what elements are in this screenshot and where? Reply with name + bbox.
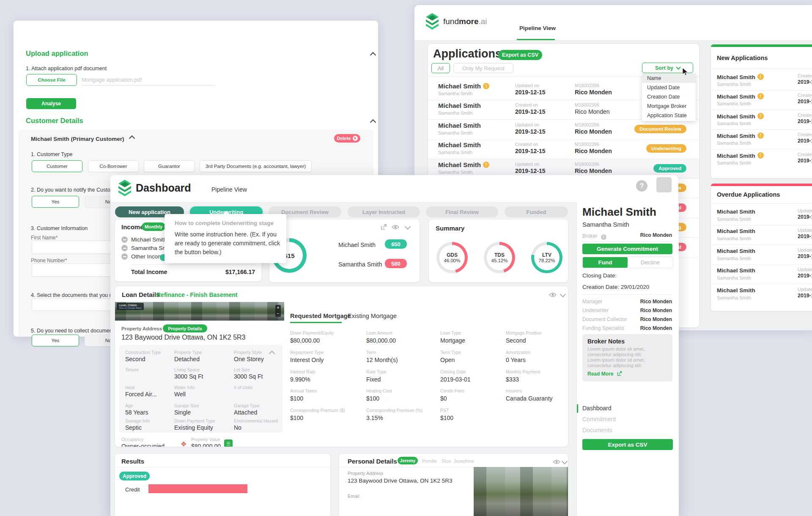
- applicant-tab[interactable]: Pernille: [422, 458, 437, 464]
- generate-commitment-button[interactable]: Generate Commitment: [582, 244, 672, 254]
- tab-requested-mortgage[interactable]: Requested Mortgage: [290, 313, 351, 319]
- gds-donut: GDS 46.00%: [436, 242, 468, 273]
- status-badge: Underwriting: [646, 144, 686, 153]
- info-icon[interactable]: i: [601, 234, 606, 240]
- eye-icon[interactable]: [392, 225, 399, 230]
- application-row[interactable]: Michael Smith Samantha Smith Updated on …: [428, 120, 699, 140]
- underwriting-tooltip: How to complete Underwriting stage Write…: [165, 214, 286, 263]
- credit-score-card: 615 Michael Smith 650 Samantha Smith 580: [269, 220, 420, 282]
- export-icon[interactable]: [381, 224, 387, 230]
- team-row-value: Rico Monden: [640, 325, 672, 331]
- collapse-grid-icon[interactable]: [269, 351, 275, 357]
- collapse-borrower-icon[interactable]: [129, 135, 135, 141]
- occupancy-label: Occupancy: [121, 437, 144, 442]
- chevron-down-icon[interactable]: [405, 224, 411, 230]
- type-3rdparty-button[interactable]: 3rd Party Documents (e.g. accountant, la…: [200, 160, 312, 172]
- summary-card: Summary GDS 46.00% TDS 45.12% LTV 78.22%: [429, 220, 568, 282]
- sort-option-state[interactable]: Application State: [642, 111, 696, 120]
- menu-dashboard[interactable]: Dashboard: [582, 405, 612, 412]
- list-item[interactable]: Michael Smith! Samantha Smith Created 20…: [711, 149, 812, 169]
- monthly-toggle[interactable]: Monthly: [142, 222, 165, 231]
- list-item[interactable]: Michael Smith! Samantha Smith Created 20…: [711, 110, 812, 130]
- tab-existing-mortgage[interactable]: Existing Mortgage: [348, 313, 397, 319]
- stage-final-review[interactable]: Final Review: [426, 206, 498, 217]
- status-badge: Approved: [653, 164, 686, 173]
- choose-file-button[interactable]: Choose File: [26, 74, 77, 86]
- sort-option-broker[interactable]: Mortgage Broker: [642, 102, 696, 111]
- filter-my-request-button[interactable]: Only My Request: [453, 63, 513, 73]
- results-title: Results: [121, 458, 144, 465]
- file-input-underline[interactable]: [82, 85, 215, 85]
- panel-export-csv-button[interactable]: Export as CSV: [582, 439, 673, 450]
- type-customer-button[interactable]: Customer: [32, 160, 82, 172]
- collect-yes-button[interactable]: Yes: [32, 335, 79, 346]
- applicant-tab-active[interactable]: Jeremy: [398, 457, 418, 464]
- tds-donut: TDS 45.12%: [484, 242, 515, 273]
- list-item[interactable]: Michael Smith Samantha Smith Updated 201…: [711, 206, 812, 225]
- read-more-link[interactable]: Read More: [587, 371, 613, 377]
- sort-option-updated[interactable]: Updated Date: [642, 83, 696, 92]
- list-item[interactable]: Michael Smith! Samantha Smith Created 20…: [711, 71, 812, 91]
- menu-commitment[interactable]: Commitment: [582, 416, 616, 423]
- application-detail-panel: Michael Smith Samantha Smith Broker i Ri…: [576, 202, 679, 516]
- tooltip-title: How to complete Underwriting stage: [175, 220, 274, 226]
- warning-icon: !: [757, 113, 764, 119]
- value-list-icon[interactable]: ☰: [224, 439, 233, 447]
- type-guarantor-button[interactable]: Guarantor: [144, 160, 195, 172]
- filter-all-button[interactable]: All: [431, 63, 450, 73]
- remove-income-icon[interactable]: [121, 253, 128, 260]
- page-title: Dashboard: [136, 182, 191, 194]
- applicant-tab[interactable]: Josephine: [454, 458, 474, 464]
- fund-button[interactable]: Fund: [583, 257, 628, 268]
- map-zoom-control[interactable]: +−: [275, 305, 281, 317]
- help-button[interactable]: ?: [636, 180, 647, 192]
- applicant-name: Samantha Smith: [338, 261, 382, 268]
- tab-pipeline-view[interactable]: Pipeline View: [211, 186, 247, 193]
- remove-income-icon[interactable]: [121, 245, 128, 251]
- avatar[interactable]: [656, 177, 672, 192]
- list-item[interactable]: Michael Smith Samantha Smith Updated 201…: [711, 264, 812, 284]
- tab-pipeline-view[interactable]: Pipeline View: [519, 25, 556, 31]
- decline-button[interactable]: Decline: [628, 257, 673, 268]
- list-item[interactable]: Michael Smith Samantha Smith Updated 201…: [711, 225, 812, 245]
- notify-yes-button[interactable]: Yes: [32, 196, 79, 208]
- application-row[interactable]: Michael Smith Samantha Smith Created on …: [428, 139, 699, 159]
- collapse-upload-icon[interactable]: [370, 52, 376, 58]
- broker-notes-title: Broker Notes: [587, 338, 625, 345]
- sort-option-creation[interactable]: Creation Date: [642, 92, 696, 102]
- map-link[interactable]: View on Google Maps: [119, 307, 142, 309]
- loan-subtitle-link[interactable]: Refinance - Finish Basement: [156, 291, 237, 298]
- export-csv-button[interactable]: Export as CSV: [498, 50, 542, 60]
- list-item[interactable]: Michael Smith! Samantha Smith Created 20…: [711, 90, 812, 110]
- personal-address: 123 Baywood Drive Ottawa, ON 1K2 5R3: [348, 478, 453, 484]
- chevron-down-icon[interactable]: [562, 458, 568, 464]
- stage-layer-instructed[interactable]: Layer Instructed: [348, 206, 420, 217]
- eye-icon[interactable]: [553, 459, 560, 464]
- list-item[interactable]: Michael Smith Samantha Smith Updated 201…: [711, 284, 812, 304]
- broker-value: Rico Monden: [640, 232, 672, 238]
- list-item[interactable]: Michael Smith! Samantha Smith Created 20…: [711, 129, 812, 149]
- chevron-down-icon[interactable]: [560, 291, 566, 297]
- personal-title: Personal Details: [348, 458, 397, 465]
- analyse-button[interactable]: Analyse: [26, 98, 76, 109]
- type-coborrower-button[interactable]: Co-Borrower: [88, 160, 139, 172]
- accordion-header[interactable]: Michael Smith (Primary Customer): [31, 136, 134, 142]
- property-details-button[interactable]: Property Details: [163, 324, 207, 332]
- overdue-applications-card: Overdue Applications Michael Smith Saman…: [711, 184, 812, 311]
- collapse-customer-icon[interactable]: [370, 119, 376, 125]
- applicant-name: Michael Smith: [338, 242, 376, 248]
- remove-income-icon[interactable]: [121, 236, 128, 243]
- personal-details-card: Personal Details Jeremy Pernille Rico Jo…: [339, 454, 568, 516]
- warning-icon: !: [757, 132, 764, 139]
- applicant-tab[interactable]: Rico: [442, 458, 451, 464]
- panel-menu-active-bar: [577, 404, 578, 413]
- delete-button[interactable]: Delete ✕: [334, 134, 360, 143]
- list-item[interactable]: Michael Smith Samantha Smith Updated 201…: [711, 245, 812, 265]
- stage-funded[interactable]: Funded: [505, 206, 568, 217]
- team-row-label: Document Collector: [582, 316, 627, 322]
- team-row-value: Rico Monden: [640, 316, 672, 322]
- menu-documents[interactable]: Documents: [582, 427, 612, 434]
- eye-icon[interactable]: [549, 292, 557, 297]
- customer-details-title: Customer Details: [26, 117, 83, 125]
- loan-details-card: Loan Details Refinance - Finish Basement…: [115, 286, 568, 447]
